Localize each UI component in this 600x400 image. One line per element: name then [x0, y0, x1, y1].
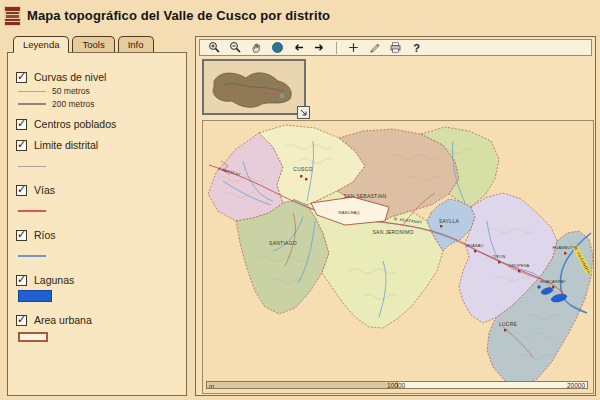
swatch-outline-area-urbana	[18, 332, 48, 342]
overview-map[interactable]	[202, 59, 306, 115]
identify-button[interactable]	[345, 40, 362, 55]
overview-resize-button[interactable]	[297, 106, 310, 119]
legend-label-limite: Limite distrital	[34, 139, 98, 151]
label-place-tipon: TIPON	[493, 254, 506, 259]
label-district-santiago: SANTIAGO	[269, 240, 297, 246]
swatch-line-rios	[18, 255, 46, 257]
zoom-out-button[interactable]	[227, 40, 244, 55]
tab-tools[interactable]: Tools	[72, 36, 114, 52]
label-district-saylla: SAYLLA	[439, 218, 459, 224]
site-logo-icon	[4, 6, 21, 26]
resize-arrow-icon	[299, 108, 308, 117]
label-district-san-jeronimo: SAN JERONIMO	[372, 229, 413, 235]
legend-label-rios: Ríos	[34, 229, 56, 241]
swatch-line-vias	[18, 210, 46, 212]
legend-label-curvas: Curvas de nivel	[34, 71, 106, 83]
pencil-icon	[368, 41, 381, 54]
checkbox-centros-poblados[interactable]	[16, 119, 27, 130]
legend-panel: Curvas de nivel 50 metros 200 metros Cen…	[7, 52, 187, 396]
label-place-huacarpay: HUACARPAY	[540, 279, 566, 284]
help-icon: ?	[413, 42, 420, 54]
legend-label-vias: Vías	[34, 184, 55, 196]
label-district-lucre: LUCRE	[499, 321, 518, 327]
printer-icon	[389, 41, 402, 54]
header: Mapa topográfico del Valle de Cusco por …	[0, 0, 600, 31]
label-district-san-sebastian: SAN SEBASTIAN	[344, 193, 387, 199]
checkbox-curvas-de-nivel[interactable]	[16, 72, 27, 83]
label-district-wanchaq: WANCHAQ	[338, 210, 360, 215]
arrow-left-icon	[292, 41, 305, 54]
forward-button[interactable]	[311, 40, 328, 55]
scale-mid-label: 10000	[387, 382, 405, 390]
app-window: Mapa topográfico del Valle de Cusco por …	[0, 0, 600, 400]
district-polygons[interactable]	[208, 125, 593, 387]
pan-button[interactable]	[248, 40, 265, 55]
label-place-oropesa: OROPESA	[509, 263, 530, 268]
print-button[interactable]	[387, 40, 404, 55]
checkbox-area-urbana[interactable]	[16, 315, 27, 326]
scale-unit-label: m	[209, 382, 214, 390]
scale-bar-segment-1	[207, 382, 398, 388]
help-button[interactable]: ?	[408, 40, 425, 55]
back-button[interactable]	[290, 40, 307, 55]
full-extent-button[interactable]	[269, 40, 286, 55]
swatch-line-50m	[18, 91, 46, 92]
legend-sublabel-50m: 50 metros	[52, 86, 90, 96]
swatch-line-200m	[18, 103, 46, 105]
zoom-out-icon	[229, 41, 242, 54]
checkbox-lagunas[interactable]	[16, 275, 27, 286]
checkbox-limite-distrital[interactable]	[16, 140, 27, 151]
crosshair-plus-icon	[347, 41, 360, 54]
checkbox-vias[interactable]	[16, 185, 27, 196]
swatch-line-limite	[18, 166, 46, 167]
scale-end-label: 20000	[567, 382, 585, 390]
swatch-fill-lagunas	[18, 290, 52, 302]
page-title: Mapa topográfico del Valle de Cusco por …	[27, 8, 330, 23]
tab-leyenda[interactable]: Leyenda	[13, 36, 69, 52]
sidebar-tabs: Leyenda Tools Info	[13, 36, 154, 52]
zoom-in-icon	[208, 41, 221, 54]
map-panel: ?	[195, 36, 596, 396]
map-viewport[interactable]: CUSCO WANCHAQ SAN SEBASTIAN SANTIAGO SAN…	[202, 120, 594, 394]
scale-bar-segment-2	[398, 382, 588, 388]
label-place-huasao: HUASAO	[466, 243, 484, 248]
legend-label-lagunas: Lagunas	[34, 274, 74, 286]
legend-label-area-urbana: Area urbana	[34, 314, 92, 326]
overview-map-image	[204, 61, 304, 113]
legend-sublabel-200m: 200 metros	[52, 99, 95, 109]
checkbox-rios[interactable]	[16, 230, 27, 241]
scale-bar: m 10000 20000	[206, 381, 588, 389]
pan-hand-icon	[250, 41, 263, 54]
toolbar-separator	[336, 42, 337, 54]
tab-info[interactable]: Info	[118, 36, 154, 52]
label-district-cusco: CUSCO	[293, 166, 312, 172]
globe-icon	[271, 41, 284, 54]
arrow-right-icon	[313, 41, 326, 54]
zoom-in-button[interactable]	[206, 40, 223, 55]
measure-button[interactable]	[366, 40, 383, 55]
legend-label-centros: Centros poblados	[34, 118, 116, 130]
map-toolbar: ?	[199, 39, 592, 56]
district-map[interactable]: CUSCO WANCHAQ SAN SEBASTIAN SANTIAGO SAN…	[203, 121, 593, 393]
